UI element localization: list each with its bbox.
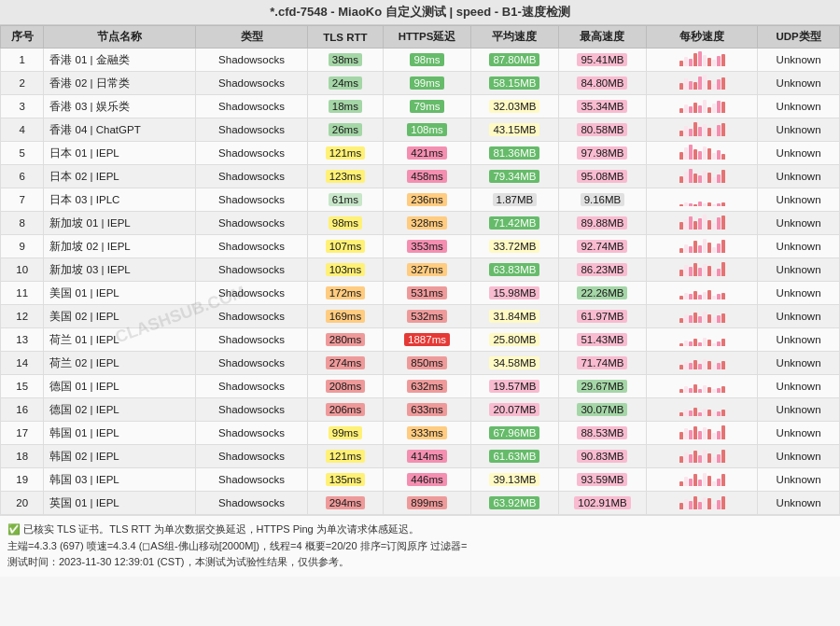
bar-segment [693,291,697,299]
bar-segment [703,409,707,416]
cell-https: 421ms [384,142,471,165]
cell-tls: 274ms [307,352,384,375]
bar-segment [693,149,697,160]
cell-seq: 7 [1,188,44,212]
bar-segment [693,339,697,346]
bar-segment [679,296,683,299]
cell-name: 新加坡 02 | IEPL [44,235,196,258]
cell-udp: Unknown [758,258,840,282]
mini-bar-chart [679,424,725,439]
col-header-avg: 平均速度 [470,26,558,49]
bar-segment [689,479,693,486]
bar-segment [703,55,707,66]
cell-name: 香港 01 | 金融类 [44,49,196,72]
bar-segment [707,340,711,346]
bar-segment [693,496,697,509]
bar-segment [689,129,693,136]
bar-segment [693,426,697,439]
bar-segment [717,341,721,346]
col-header-max: 最高速度 [558,26,646,49]
cell-seq: 8 [1,212,44,235]
bar-segment [703,124,707,136]
bar-segment [693,360,697,369]
cell-max: 93.59MB [558,468,646,492]
table-wrapper: CLASHSUB.COM 序号 节点名称 类型 TLS RTT HTTPS延迟 … [0,25,840,515]
cell-https: 633ms [384,398,471,422]
bar-segment [684,126,688,136]
bar-segment [717,388,721,393]
cell-https: 850ms [384,352,471,375]
bar-segment [689,81,693,90]
bar-segment [721,202,725,206]
cell-https: 531ms [384,282,471,305]
cell-tls: 206ms [307,398,384,422]
bar-segment [721,123,725,136]
bar-segment [707,410,711,416]
cell-chart [646,282,757,305]
cell-name: 荷兰 01 | IEPL [44,328,196,352]
cell-udp: Unknown [758,165,840,188]
bar-segment [707,453,711,463]
col-header-tls: TLS RTT [307,26,384,49]
bar-segment [693,474,697,486]
table-row: 12美国 02 | IEPLShadowsocks169ms532ms31.84… [1,305,840,328]
bar-segment [684,452,688,463]
bar-segment [721,425,725,439]
bar-segment [679,270,683,276]
cell-avg: 79.34MB [470,165,558,188]
cell-max: 51.43MB [558,328,646,352]
table-row: 5日本 01 | IEPLShadowsocks121ms421ms81.36M… [1,142,840,165]
cell-seq: 6 [1,165,44,188]
cell-avg: 43.15MB [470,118,558,142]
bar-segment [679,456,683,463]
bar-segment [707,387,711,393]
cell-max: 92.74MB [558,235,646,258]
bar-segment [703,427,707,439]
bar-segment [703,359,707,369]
cell-type: Shadowsocks [196,468,307,492]
bar-segment [717,125,721,136]
cell-max: 84.80MB [558,72,646,95]
cell-avg: 39.13MB [470,468,558,492]
cell-max: 22.26MB [558,282,646,305]
cell-avg: 58.15MB [470,72,558,95]
bar-segment [707,58,711,66]
cell-udp: Unknown [758,468,840,492]
cell-https: 446ms [384,468,471,492]
cell-chart [646,328,757,352]
bar-segment [721,54,725,66]
cell-seq: 16 [1,398,44,422]
bar-segment [693,204,697,206]
table-row: 17韩国 01 | IEPLShadowsocks99ms333ms67.96M… [1,422,840,445]
cell-max: 102.91MB [558,492,646,515]
cell-name: 日本 01 | IEPL [44,142,196,165]
col-header-type: 类型 [196,26,307,49]
bar-segment [703,100,707,113]
bar-segment [698,218,702,230]
bar-segment [717,101,721,113]
bar-segment [698,202,702,206]
bar-segment [698,502,702,509]
bar-segment [712,433,716,439]
mini-bar-chart [679,191,725,206]
bar-segment [721,496,725,509]
cell-chart [646,422,757,445]
cell-type: Shadowsocks [196,352,307,375]
cell-udp: Unknown [758,188,840,212]
window-title: *.cfd-7548 - MiaoKo 自定义测试 | speed - B1-速… [270,5,569,19]
bar-segment [703,264,707,276]
bar-segment [689,106,693,113]
cell-https: 328ms [384,212,471,235]
cell-type: Shadowsocks [196,375,307,398]
bar-segment [684,172,688,183]
cell-udp: Unknown [758,375,840,398]
cell-udp: Unknown [758,95,840,118]
cell-avg: 19.57MB [470,375,558,398]
cell-chart [646,165,757,188]
cell-tls: 107ms [307,235,384,258]
bar-segment [698,412,702,416]
cell-max: 88.53MB [558,422,646,445]
cell-max: 29.67MB [558,375,646,398]
cell-name: 韩国 02 | IEPL [44,445,196,468]
bar-segment [689,454,693,463]
